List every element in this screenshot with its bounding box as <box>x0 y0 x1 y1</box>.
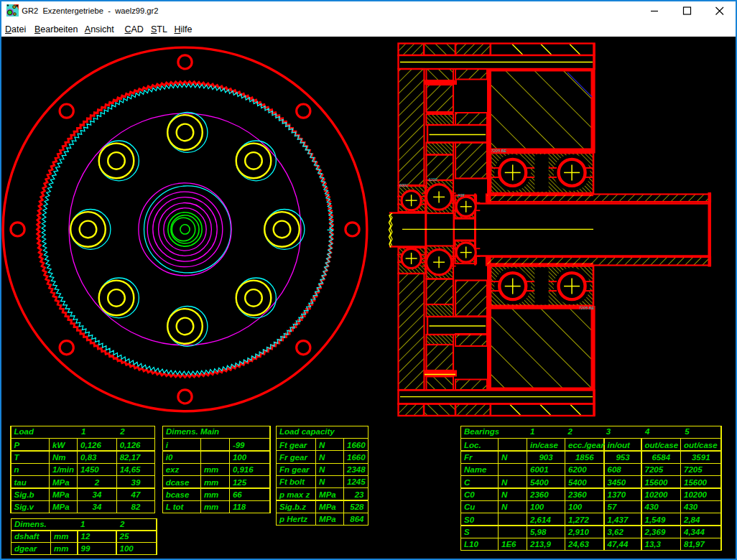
svg-text:6001: 6001 <box>399 183 408 187</box>
svg-text:6200: 6200 <box>429 177 438 182</box>
svg-text:7205 BE: 7205 BE <box>579 306 594 310</box>
svg-text:608: 608 <box>458 193 465 197</box>
svg-text:7205 BE: 7205 BE <box>491 149 506 153</box>
